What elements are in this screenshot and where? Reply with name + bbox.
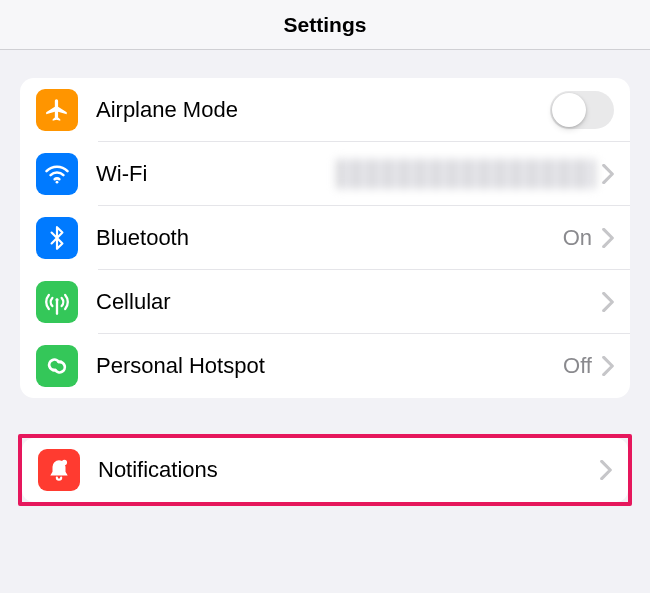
chevron-right-icon bbox=[602, 356, 614, 376]
highlight-box: Notifications bbox=[18, 434, 632, 506]
chevron-right-icon bbox=[602, 228, 614, 248]
svg-point-0 bbox=[56, 181, 59, 184]
page-title: Settings bbox=[284, 13, 367, 37]
row-notifications[interactable]: Notifications bbox=[22, 438, 628, 502]
settings-content: Airplane Mode Wi-Fi Bluetooth bbox=[0, 50, 650, 506]
settings-group-notifications: Notifications bbox=[22, 438, 628, 502]
chevron-right-icon bbox=[602, 292, 614, 312]
row-wifi[interactable]: Wi-Fi bbox=[20, 142, 630, 206]
bluetooth-icon bbox=[36, 217, 78, 259]
airplane-toggle[interactable] bbox=[550, 91, 614, 129]
row-label: Notifications bbox=[98, 457, 218, 483]
toggle-knob bbox=[552, 93, 586, 127]
svg-point-2 bbox=[55, 298, 58, 301]
row-airplane-mode[interactable]: Airplane Mode bbox=[20, 78, 630, 142]
row-bluetooth[interactable]: Bluetooth On bbox=[20, 206, 630, 270]
bluetooth-value: On bbox=[563, 225, 592, 251]
hotspot-value: Off bbox=[563, 353, 592, 379]
wifi-value-redacted bbox=[336, 159, 596, 189]
row-label: Cellular bbox=[96, 289, 171, 315]
chevron-right-icon bbox=[602, 164, 614, 184]
row-cellular[interactable]: Cellular bbox=[20, 270, 630, 334]
settings-group-connectivity: Airplane Mode Wi-Fi Bluetooth bbox=[20, 78, 630, 398]
row-label: Personal Hotspot bbox=[96, 353, 265, 379]
row-label: Bluetooth bbox=[96, 225, 189, 251]
notifications-icon bbox=[38, 449, 80, 491]
airplane-icon bbox=[36, 89, 78, 131]
cellular-icon bbox=[36, 281, 78, 323]
header: Settings bbox=[0, 0, 650, 50]
chevron-right-icon bbox=[600, 460, 612, 480]
row-label: Airplane Mode bbox=[96, 97, 238, 123]
hotspot-icon bbox=[36, 345, 78, 387]
row-personal-hotspot[interactable]: Personal Hotspot Off bbox=[20, 334, 630, 398]
wifi-icon bbox=[36, 153, 78, 195]
svg-point-3 bbox=[62, 460, 67, 465]
row-label: Wi-Fi bbox=[96, 161, 147, 187]
